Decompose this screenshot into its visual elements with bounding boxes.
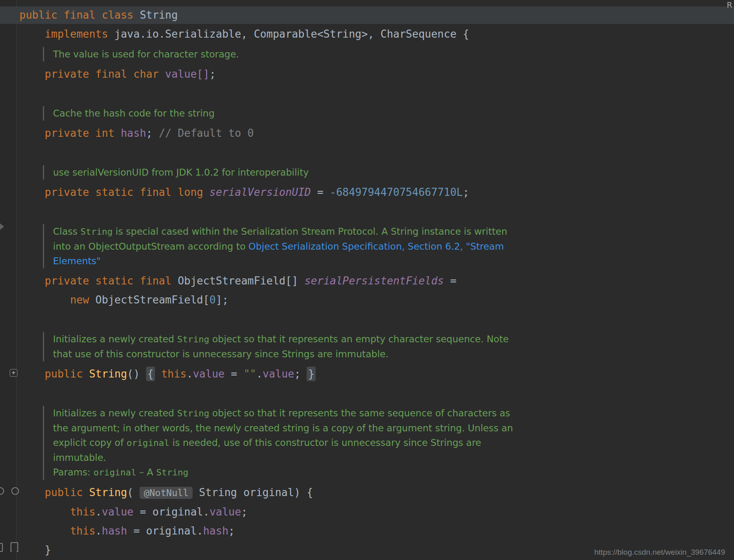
doc-comment-line: use serialVersionUID from JDK 1.0.2 for … [53, 165, 734, 180]
code-token: . [187, 368, 193, 380]
doc-comment-line: Cache the hash code for the string [53, 106, 734, 121]
doc-text: is needed, use of this constructor is un… [170, 437, 481, 448]
doc-comment-block: Cache the hash code for the string [43, 106, 734, 121]
code-editor[interactable]: public final class Stringimplements java… [0, 0, 734, 560]
code-token: public [45, 486, 89, 498]
gutter-square-cut-icon[interactable] [0, 543, 3, 552]
code-token: ( [127, 486, 140, 498]
code-token: private static final long [45, 186, 210, 198]
doc-text: original [127, 438, 170, 448]
code-token: private static final [45, 275, 178, 287]
code-token: this [70, 525, 95, 537]
code-area: public final class Stringimplements java… [19, 6, 734, 560]
doc-text: that use of this constructor is unnecess… [53, 349, 388, 359]
doc-link[interactable]: Object Serialization Specification, Sect… [248, 241, 504, 252]
doc-comment-line: explicit copy of original is needed, use… [53, 435, 734, 450]
doc-text: is special cased within the Serializatio… [112, 226, 507, 237]
doc-text: immutable. [53, 452, 106, 463]
doc-comment-line: into an ObjectOutputStream according to … [53, 239, 734, 254]
doc-text: String [156, 467, 188, 477]
code-token: = [311, 186, 330, 198]
code-line[interactable]: new ObjectStreamField[0]; [19, 291, 734, 310]
partial-text: R [727, 0, 732, 10]
code-token: "" [244, 368, 256, 380]
doc-text: Params: [53, 467, 93, 477]
gutter-arrow-icon[interactable] [0, 223, 4, 230]
code-token: . [95, 525, 102, 537]
blank-line[interactable] [19, 310, 734, 329]
blank-line[interactable] [19, 384, 734, 403]
annotation-chip: @NotNull [140, 487, 193, 499]
doc-text: object so that it represents an empty ch… [209, 334, 509, 344]
code-line[interactable]: this.value = original.value; [19, 503, 734, 522]
code-token: value [193, 368, 225, 380]
doc-comment-block: The value is used for character storage. [43, 47, 734, 62]
code-token: hash [102, 525, 127, 537]
code-token: ObjectStreamField[] [178, 275, 304, 287]
code-line[interactable]: private static final long serialVersionU… [19, 183, 734, 202]
code-token: this [70, 506, 95, 518]
doc-comment-line: that use of this constructor is unnecess… [53, 347, 734, 361]
doc-link[interactable]: Elements" [53, 256, 101, 266]
code-line[interactable]: public final class String [19, 6, 734, 25]
code-token: () [127, 368, 146, 380]
code-line[interactable]: private final char value[]; [19, 65, 734, 84]
code-token: value [102, 506, 134, 518]
doc-comment-line: Initializes a newly created String objec… [53, 406, 734, 421]
doc-text: original [93, 467, 136, 477]
code-token: ]; [216, 294, 228, 306]
doc-comment-block: Class String is special cased within the… [43, 224, 734, 268]
code-token: String [89, 486, 127, 498]
code-token: new [70, 294, 95, 306]
code-line[interactable]: implements java.io.Serializable, Compara… [19, 25, 734, 44]
code-token: value [263, 368, 294, 380]
code-token: ; [210, 68, 216, 80]
doc-text: the argument; in other words, the newly … [53, 423, 513, 433]
doc-comment-block: Initializes a newly created String objec… [43, 406, 734, 480]
doc-text: Class [53, 226, 81, 237]
code-token: = [444, 275, 456, 287]
blank-line[interactable] [19, 202, 734, 221]
code-token: value [210, 506, 241, 518]
doc-comment-line: Params: original – A String [53, 465, 734, 480]
code-line[interactable]: private static final ObjectStreamField[]… [19, 272, 734, 291]
blank-line[interactable] [19, 143, 734, 162]
code-token: } [307, 367, 316, 381]
doc-comment-line: Elements" [53, 254, 734, 268]
code-token: public [45, 368, 89, 380]
blank-line[interactable] [19, 84, 734, 103]
doc-text: into an ObjectOutputStream according to [53, 241, 248, 252]
doc-text: Cache the hash code for the string [53, 108, 214, 119]
doc-text: object so that it represents the same se… [209, 408, 510, 418]
doc-comment-line: Initializes a newly created String objec… [53, 332, 734, 347]
code-line[interactable]: this.hash = original.hash; [19, 522, 734, 541]
fold-expand-icon[interactable]: + [10, 369, 17, 377]
code-token [155, 368, 161, 380]
code-token: hash [203, 525, 229, 537]
code-token: ; [241, 506, 248, 518]
code-token: ; [229, 525, 235, 537]
code-token: ; [294, 368, 307, 380]
code-token: . [95, 506, 102, 518]
code-line[interactable]: public String() { this.value = "".value;… [19, 365, 734, 384]
code-token: String [140, 9, 178, 21]
doc-comment-line: the argument; in other words, the newly … [53, 421, 734, 435]
code-token: } [45, 544, 51, 556]
doc-text: String [177, 408, 209, 418]
doc-text: – A [136, 467, 156, 477]
gutter-circle-icon[interactable] [11, 487, 19, 495]
ide-editor-screen: + public final class Stringimplements ja… [0, 0, 734, 560]
code-token: { [146, 367, 155, 381]
doc-comment-block: use serialVersionUID from JDK 1.0.2 for … [43, 165, 734, 180]
code-token: // Default to 0 [159, 127, 254, 139]
doc-comment-line: The value is used for character storage. [53, 47, 734, 62]
code-line[interactable]: private int hash; // Default to 0 [19, 124, 734, 143]
bookmark-icon[interactable] [11, 542, 18, 552]
doc-comment-block: Initializes a newly created String objec… [43, 332, 734, 361]
code-token: java.io.Serializable, Comparable<String>… [115, 28, 469, 40]
code-line[interactable]: public String( @NotNull String original)… [19, 483, 734, 503]
code-token: ; [146, 127, 159, 139]
doc-text: String [177, 334, 209, 344]
doc-comment-line: immutable. [53, 450, 734, 465]
code-token: serialVersionUID [210, 186, 311, 198]
